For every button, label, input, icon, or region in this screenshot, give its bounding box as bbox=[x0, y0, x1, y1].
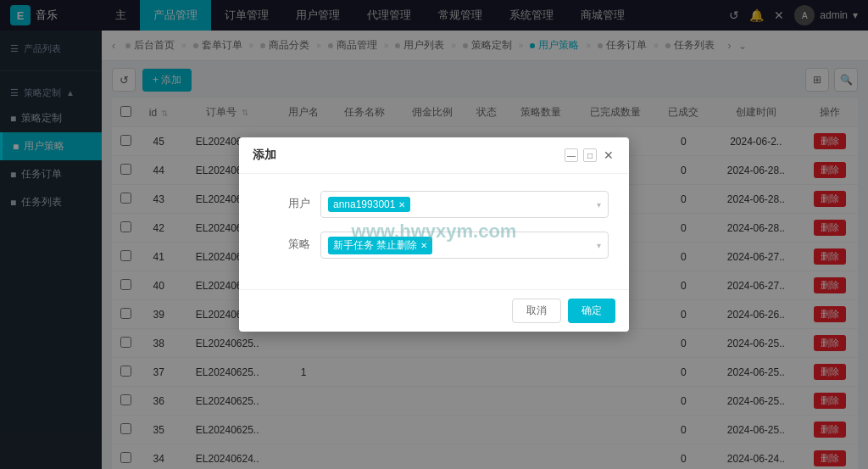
modal-minimize-button[interactable]: — bbox=[565, 148, 578, 162]
modal-restore-button[interactable]: □ bbox=[583, 148, 597, 162]
modal-controls: — □ ✕ bbox=[565, 148, 615, 162]
strategy-tag-text: 新手任务 禁止删除 bbox=[333, 238, 417, 253]
add-modal: 添加 — □ ✕ www.hwyxym.com 用户 anna1993001 ✕… bbox=[239, 137, 629, 332]
user-tag-remove[interactable]: ✕ bbox=[398, 200, 405, 209]
strategy-dropdown-icon: ▾ bbox=[597, 241, 601, 250]
user-tag-input[interactable]: anna1993001 ✕ ▾ bbox=[320, 191, 609, 218]
modal-overlay: 添加 — □ ✕ www.hwyxym.com 用户 anna1993001 ✕… bbox=[0, 0, 868, 469]
strategy-tag: 新手任务 禁止删除 ✕ bbox=[328, 237, 432, 254]
modal-title: 添加 bbox=[253, 148, 276, 163]
modal-close-button[interactable]: ✕ bbox=[602, 148, 615, 162]
strategy-field[interactable]: 新手任务 禁止删除 ✕ ▾ bbox=[320, 232, 609, 259]
modal-header: 添加 — □ ✕ bbox=[239, 137, 629, 174]
user-label: 用户 bbox=[259, 191, 310, 211]
strategy-tag-remove[interactable]: ✕ bbox=[420, 241, 427, 250]
strategy-tag-input[interactable]: 新手任务 禁止删除 ✕ ▾ bbox=[320, 232, 609, 259]
user-field[interactable]: anna1993001 ✕ ▾ bbox=[320, 191, 609, 218]
modal-footer: 取消 确定 bbox=[239, 289, 629, 332]
user-dropdown-icon: ▾ bbox=[597, 200, 601, 209]
ok-button[interactable]: 确定 bbox=[568, 299, 615, 323]
strategy-form-row: 策略 新手任务 禁止删除 ✕ ▾ bbox=[259, 232, 609, 259]
user-form-row: 用户 anna1993001 ✕ ▾ bbox=[259, 191, 609, 218]
modal-body: www.hwyxym.com 用户 anna1993001 ✕ ▾ 策略 bbox=[239, 174, 629, 289]
user-tag: anna1993001 ✕ bbox=[328, 197, 410, 212]
cancel-button[interactable]: 取消 bbox=[512, 299, 561, 323]
strategy-label: 策略 bbox=[259, 232, 310, 252]
user-tag-text: anna1993001 bbox=[333, 198, 395, 210]
